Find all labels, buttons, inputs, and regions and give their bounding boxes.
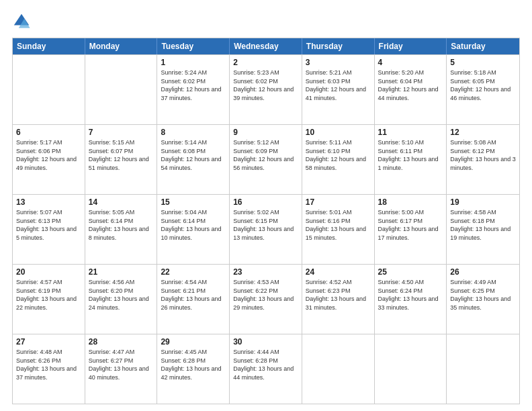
day-info: Sunrise: 4:53 AM Sunset: 6:22 PM Dayligh… bbox=[233, 278, 298, 312]
calendar-header-cell: Monday bbox=[85, 38, 158, 54]
calendar-cell: 7Sunrise: 5:15 AM Sunset: 6:07 PM Daylig… bbox=[85, 125, 158, 194]
calendar-cell: 2Sunrise: 5:23 AM Sunset: 6:02 PM Daylig… bbox=[230, 55, 302, 124]
day-info: Sunrise: 5:01 AM Sunset: 6:16 PM Dayligh… bbox=[306, 208, 371, 242]
calendar: SundayMondayTuesdayWednesdayThursdayFrid… bbox=[12, 38, 520, 404]
day-number: 21 bbox=[89, 267, 154, 277]
calendar-cell: 26Sunrise: 4:49 AM Sunset: 6:25 PM Dayli… bbox=[447, 265, 519, 334]
day-info: Sunrise: 4:50 AM Sunset: 6:24 PM Dayligh… bbox=[378, 278, 443, 312]
day-info: Sunrise: 5:21 AM Sunset: 6:03 PM Dayligh… bbox=[306, 68, 371, 102]
day-number: 12 bbox=[450, 128, 516, 137]
day-number: 24 bbox=[306, 267, 371, 277]
day-number: 22 bbox=[161, 267, 226, 277]
calendar-header-cell: Thursday bbox=[302, 38, 375, 54]
day-number: 14 bbox=[89, 197, 154, 207]
calendar-week-row: 13Sunrise: 5:07 AM Sunset: 6:13 PM Dayli… bbox=[13, 194, 519, 264]
calendar-cell bbox=[447, 334, 519, 404]
calendar-cell: 14Sunrise: 5:05 AM Sunset: 6:14 PM Dayli… bbox=[85, 195, 158, 264]
calendar-header-cell: Tuesday bbox=[157, 38, 230, 54]
day-info: Sunrise: 4:54 AM Sunset: 6:21 PM Dayligh… bbox=[161, 278, 226, 312]
day-info: Sunrise: 4:48 AM Sunset: 6:26 PM Dayligh… bbox=[16, 348, 81, 381]
day-info: Sunrise: 5:11 AM Sunset: 6:10 PM Dayligh… bbox=[306, 138, 371, 172]
day-info: Sunrise: 5:14 AM Sunset: 6:08 PM Dayligh… bbox=[161, 138, 226, 172]
calendar-header-cell: Friday bbox=[375, 38, 447, 54]
day-info: Sunrise: 4:47 AM Sunset: 6:27 PM Dayligh… bbox=[89, 348, 154, 381]
calendar-header-cell: Sunday bbox=[13, 38, 85, 54]
page: SundayMondayTuesdayWednesdayThursdayFrid… bbox=[0, 0, 532, 411]
day-number: 29 bbox=[161, 337, 226, 347]
calendar-cell: 30Sunrise: 4:44 AM Sunset: 6:28 PM Dayli… bbox=[230, 334, 302, 404]
day-number: 13 bbox=[16, 197, 81, 207]
day-info: Sunrise: 4:52 AM Sunset: 6:23 PM Dayligh… bbox=[306, 278, 371, 312]
calendar-cell: 28Sunrise: 4:47 AM Sunset: 6:27 PM Dayli… bbox=[85, 334, 158, 404]
calendar-header-row: SundayMondayTuesdayWednesdayThursdayFrid… bbox=[13, 38, 519, 54]
calendar-cell: 29Sunrise: 4:45 AM Sunset: 6:28 PM Dayli… bbox=[157, 334, 230, 404]
day-info: Sunrise: 5:24 AM Sunset: 6:02 PM Dayligh… bbox=[161, 68, 226, 102]
day-number: 7 bbox=[89, 128, 154, 137]
day-number: 20 bbox=[16, 267, 81, 277]
day-info: Sunrise: 4:44 AM Sunset: 6:28 PM Dayligh… bbox=[233, 348, 298, 381]
calendar-week-row: 27Sunrise: 4:48 AM Sunset: 6:26 PM Dayli… bbox=[13, 334, 519, 404]
day-info: Sunrise: 4:56 AM Sunset: 6:20 PM Dayligh… bbox=[89, 278, 154, 312]
calendar-cell: 10Sunrise: 5:11 AM Sunset: 6:10 PM Dayli… bbox=[302, 125, 375, 194]
day-number: 17 bbox=[306, 197, 371, 207]
calendar-cell: 19Sunrise: 4:58 AM Sunset: 6:18 PM Dayli… bbox=[447, 195, 519, 264]
day-info: Sunrise: 5:02 AM Sunset: 6:15 PM Dayligh… bbox=[233, 208, 298, 242]
day-info: Sunrise: 5:17 AM Sunset: 6:06 PM Dayligh… bbox=[16, 138, 81, 172]
day-info: Sunrise: 5:04 AM Sunset: 6:14 PM Dayligh… bbox=[161, 208, 226, 242]
day-number: 3 bbox=[306, 58, 371, 67]
calendar-cell bbox=[302, 334, 375, 404]
calendar-cell: 12Sunrise: 5:08 AM Sunset: 6:12 PM Dayli… bbox=[447, 125, 519, 194]
calendar-cell: 22Sunrise: 4:54 AM Sunset: 6:21 PM Dayli… bbox=[157, 265, 230, 334]
day-info: Sunrise: 5:05 AM Sunset: 6:14 PM Dayligh… bbox=[89, 208, 154, 242]
calendar-cell: 5Sunrise: 5:18 AM Sunset: 6:05 PM Daylig… bbox=[447, 55, 519, 124]
calendar-cell: 15Sunrise: 5:04 AM Sunset: 6:14 PM Dayli… bbox=[157, 195, 230, 264]
calendar-cell: 17Sunrise: 5:01 AM Sunset: 6:16 PM Dayli… bbox=[302, 195, 375, 264]
calendar-cell: 13Sunrise: 5:07 AM Sunset: 6:13 PM Dayli… bbox=[13, 195, 85, 264]
day-info: Sunrise: 4:57 AM Sunset: 6:19 PM Dayligh… bbox=[16, 278, 81, 312]
calendar-cell: 1Sunrise: 5:24 AM Sunset: 6:02 PM Daylig… bbox=[157, 55, 230, 124]
calendar-cell: 24Sunrise: 4:52 AM Sunset: 6:23 PM Dayli… bbox=[302, 265, 375, 334]
calendar-cell bbox=[85, 55, 158, 124]
calendar-cell: 3Sunrise: 5:21 AM Sunset: 6:03 PM Daylig… bbox=[302, 55, 375, 124]
day-number: 28 bbox=[89, 337, 154, 347]
calendar-cell: 11Sunrise: 5:10 AM Sunset: 6:11 PM Dayli… bbox=[375, 125, 447, 194]
calendar-cell: 18Sunrise: 5:00 AM Sunset: 6:17 PM Dayli… bbox=[375, 195, 447, 264]
day-number: 30 bbox=[233, 337, 298, 347]
day-number: 9 bbox=[233, 128, 298, 137]
logo-icon bbox=[12, 12, 31, 31]
day-number: 2 bbox=[233, 58, 298, 67]
day-number: 15 bbox=[161, 197, 226, 207]
calendar-body: 1Sunrise: 5:24 AM Sunset: 6:02 PM Daylig… bbox=[13, 54, 519, 404]
day-number: 10 bbox=[306, 128, 371, 137]
calendar-cell: 8Sunrise: 5:14 AM Sunset: 6:08 PM Daylig… bbox=[157, 125, 230, 194]
calendar-cell bbox=[375, 334, 447, 404]
calendar-cell: 21Sunrise: 4:56 AM Sunset: 6:20 PM Dayli… bbox=[85, 265, 158, 334]
day-info: Sunrise: 5:23 AM Sunset: 6:02 PM Dayligh… bbox=[233, 68, 298, 102]
day-info: Sunrise: 5:07 AM Sunset: 6:13 PM Dayligh… bbox=[16, 208, 81, 242]
calendar-week-row: 6Sunrise: 5:17 AM Sunset: 6:06 PM Daylig… bbox=[13, 124, 519, 194]
day-number: 19 bbox=[450, 197, 516, 207]
day-number: 4 bbox=[378, 58, 443, 67]
day-info: Sunrise: 5:18 AM Sunset: 6:05 PM Dayligh… bbox=[450, 68, 516, 102]
day-info: Sunrise: 5:12 AM Sunset: 6:09 PM Dayligh… bbox=[233, 138, 298, 172]
calendar-cell: 4Sunrise: 5:20 AM Sunset: 6:04 PM Daylig… bbox=[375, 55, 447, 124]
day-number: 11 bbox=[378, 128, 443, 137]
day-info: Sunrise: 5:20 AM Sunset: 6:04 PM Dayligh… bbox=[378, 68, 443, 102]
calendar-cell: 6Sunrise: 5:17 AM Sunset: 6:06 PM Daylig… bbox=[13, 125, 85, 194]
day-info: Sunrise: 4:45 AM Sunset: 6:28 PM Dayligh… bbox=[161, 348, 226, 381]
day-info: Sunrise: 5:15 AM Sunset: 6:07 PM Dayligh… bbox=[89, 138, 154, 172]
calendar-cell: 9Sunrise: 5:12 AM Sunset: 6:09 PM Daylig… bbox=[230, 125, 302, 194]
calendar-cell: 20Sunrise: 4:57 AM Sunset: 6:19 PM Dayli… bbox=[13, 265, 85, 334]
day-info: Sunrise: 5:10 AM Sunset: 6:11 PM Dayligh… bbox=[378, 138, 443, 172]
calendar-header-cell: Saturday bbox=[447, 38, 519, 54]
day-info: Sunrise: 5:08 AM Sunset: 6:12 PM Dayligh… bbox=[450, 138, 516, 172]
day-number: 6 bbox=[16, 128, 81, 137]
day-info: Sunrise: 4:58 AM Sunset: 6:18 PM Dayligh… bbox=[450, 208, 516, 242]
day-number: 18 bbox=[378, 197, 443, 207]
day-number: 1 bbox=[161, 58, 226, 67]
day-number: 25 bbox=[378, 267, 443, 277]
header bbox=[12, 12, 520, 31]
day-number: 26 bbox=[450, 267, 516, 277]
calendar-cell: 23Sunrise: 4:53 AM Sunset: 6:22 PM Dayli… bbox=[230, 265, 302, 334]
day-number: 27 bbox=[16, 337, 81, 347]
